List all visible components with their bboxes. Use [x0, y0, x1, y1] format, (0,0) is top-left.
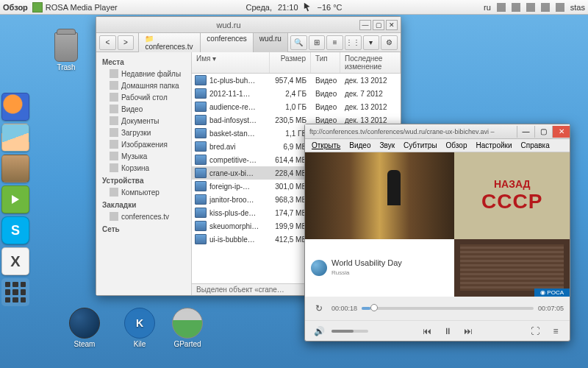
mp-close-button[interactable]: ✕	[552, 126, 570, 138]
play-pause-button[interactable]: ⏸	[440, 325, 456, 338]
playlist-button[interactable]: ≡	[548, 325, 564, 338]
mp-controls: 🔊 ⏮ ⏸ ⏭ ⛶ ≡	[305, 320, 570, 341]
steam-icon	[69, 308, 100, 339]
panel-weather[interactable]: −16 °C	[318, 3, 343, 12]
sidebar-item[interactable]: conferences.tv	[98, 210, 190, 222]
crumb-1[interactable]: conferences	[200, 32, 253, 53]
desktop-steam[interactable]: Steam	[62, 308, 107, 348]
seek-thumb[interactable]	[370, 304, 378, 311]
seek-slider[interactable]	[362, 307, 534, 310]
desktop-kile[interactable]: KKile	[118, 308, 162, 348]
folder-icon	[110, 152, 118, 160]
crumb-0[interactable]: 📁 conferences.tv	[138, 32, 201, 53]
view-list-button[interactable]: ≡	[326, 35, 343, 50]
user-menu[interactable]: stas	[570, 3, 585, 12]
video-file-icon	[195, 88, 207, 99]
sidebar-item[interactable]: Документы	[98, 115, 190, 127]
volume-icon[interactable]: 🔊	[311, 325, 327, 338]
fm-maximize-button[interactable]: ▢	[373, 20, 384, 30]
file-row[interactable]: 2012-11-1…2,4 ГБВидеодек. 7 2012	[192, 87, 401, 100]
fm-titlebar[interactable]: wud.ru — ▢ ✕	[96, 17, 401, 33]
col-type[interactable]: Тип	[311, 52, 340, 73]
sidebar-item[interactable]: Недавние файлы	[98, 68, 190, 79]
nav-forward-button[interactable]: >	[118, 35, 135, 50]
rosa-watermark: ◉ POCA	[534, 289, 570, 297]
view-compact-button[interactable]: ⋮⋮	[345, 35, 362, 50]
folder-icon	[110, 93, 118, 102]
menu-item[interactable]: Обзор	[442, 141, 471, 149]
mp-video-area[interactable]: НАЗАДСССР World Usability DayRussia ◉ PO…	[305, 152, 570, 297]
dock-images[interactable]	[1, 124, 29, 152]
search-button[interactable]: 🔍	[290, 35, 307, 50]
menu-item[interactable]: Открыть	[308, 141, 344, 149]
dock-skype[interactable]: S	[1, 216, 29, 244]
video-file-icon	[195, 168, 207, 178]
video-title-frame: НАЗАДСССР	[454, 152, 570, 239]
menu-item[interactable]: Справка	[517, 141, 553, 149]
menu-item[interactable]: Субтитры	[400, 141, 441, 149]
menu-item[interactable]: Настройки	[472, 141, 515, 149]
folder-icon	[110, 81, 118, 90]
view-icons-button[interactable]: ⊞	[309, 35, 326, 50]
fm-sidebar: Места Недавние файлыДомашняя папкаРабочи…	[96, 52, 192, 295]
media-player-window: ftp://conferences.tv/conferences/wud.ru/…	[304, 124, 570, 342]
lock-icon[interactable]	[556, 3, 564, 12]
battery-icon[interactable]	[541, 3, 550, 12]
sidebar-item[interactable]: Музыка	[98, 150, 190, 162]
down-button[interactable]: ▾	[363, 35, 380, 50]
mp-seek-bar: ↻ 00:00:18 00:07:05	[305, 297, 570, 320]
volume-slider[interactable]	[331, 330, 368, 333]
dock-archive[interactable]	[1, 155, 29, 183]
mp-titlebar[interactable]: ftp://conferences.tv/conferences/wud.ru/…	[305, 124, 570, 139]
sidebar-item[interactable]: Видео	[98, 103, 190, 115]
fm-close-button[interactable]: ✕	[386, 20, 398, 30]
sidebar-item[interactable]: Домашняя папка	[98, 79, 190, 91]
mp-minimize-button[interactable]: —	[517, 126, 534, 138]
active-app-indicator[interactable]: ROSA Media Player	[32, 2, 118, 13]
network-icon[interactable]	[526, 3, 535, 12]
dock-firefox[interactable]	[1, 93, 29, 121]
sidebar-item[interactable]: Загрузки	[98, 127, 190, 138]
prev-button[interactable]: ⏮	[419, 325, 435, 338]
sidebar-item[interactable]: Компьютер	[98, 186, 190, 198]
file-row[interactable]: 1c-plus-buh…957,4 МБВидеодек. 13 2012	[192, 74, 401, 87]
next-button[interactable]: ⏭	[460, 325, 476, 338]
nav-back-button[interactable]: <	[99, 35, 116, 50]
desktop-trash[interactable]: Trash	[44, 32, 88, 71]
col-name[interactable]: Имя ▾	[192, 52, 270, 73]
fullscreen-button[interactable]: ⛶	[527, 325, 543, 338]
col-size[interactable]: Размер	[270, 52, 311, 73]
keyboard-layout[interactable]: ru	[484, 3, 491, 12]
crumb-2[interactable]: wud.ru	[253, 32, 288, 53]
mp-maximize-button[interactable]: ▢	[534, 126, 552, 138]
rewind-icon[interactable]: ↻	[311, 302, 327, 315]
panel-date[interactable]: Среда,	[245, 3, 272, 12]
dock-media-player[interactable]	[1, 185, 29, 213]
video-file-icon	[195, 115, 207, 125]
dock-apps-grid[interactable]	[1, 278, 29, 306]
video-file-icon	[195, 208, 207, 218]
gparted-icon	[172, 308, 203, 339]
sidebar-cat-places: Места	[98, 55, 190, 68]
col-date[interactable]: Последнее изменение	[340, 52, 401, 73]
bluetooth-icon[interactable]	[512, 3, 520, 12]
fm-title: wud.ru	[99, 21, 358, 29]
menu-item[interactable]: Видео	[345, 141, 374, 149]
menu-item[interactable]: Звук	[376, 141, 399, 149]
activities-button[interactable]: Обзор	[3, 3, 28, 12]
panel-time[interactable]: 21:10	[278, 3, 298, 12]
volume-icon[interactable]	[497, 3, 506, 12]
sidebar-item[interactable]: Рабочий стол	[98, 91, 190, 103]
sidebar-item[interactable]: Корзина	[98, 162, 190, 174]
video-file-icon	[195, 181, 207, 191]
top-panel: Обзор ROSA Media Player Среда, 21:10 −16…	[0, 0, 588, 15]
desktop-gparted[interactable]: GParted	[165, 308, 209, 348]
dock-xorg[interactable]: X	[1, 247, 29, 275]
fm-minimize-button[interactable]: —	[359, 20, 371, 30]
cursor-icon	[304, 3, 312, 12]
sidebar-cat-network: Сеть	[98, 222, 190, 235]
settings-button[interactable]: ⚙	[381, 35, 398, 50]
file-row[interactable]: audience-re…1,0 ГБВидеодек. 13 2012	[192, 100, 401, 113]
video-file-icon	[195, 221, 207, 231]
sidebar-item[interactable]: Изображения	[98, 138, 190, 150]
